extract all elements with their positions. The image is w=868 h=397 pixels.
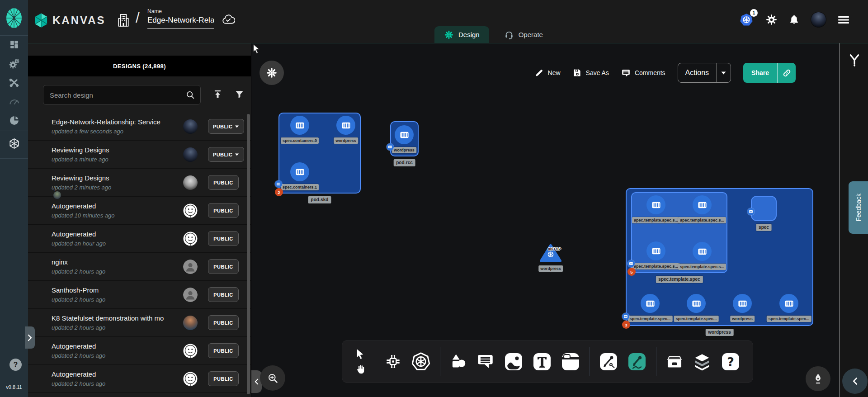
container-node[interactable] (693, 195, 712, 214)
sidebar-item-kanvas[interactable] (0, 135, 28, 154)
design-list-item[interactable]: Santhosh-Prom updated 2 hours ago PUBLIC (28, 281, 251, 309)
container-node[interactable] (693, 242, 712, 261)
sidebar-item-configuration[interactable] (0, 74, 28, 93)
sidebar-item-performance[interactable] (0, 93, 28, 112)
designs-scrollbar[interactable] (247, 114, 250, 394)
kubernetes-context-icon[interactable]: 1 (739, 13, 755, 27)
container-node[interactable] (646, 241, 665, 260)
actions-caret[interactable] (717, 63, 731, 82)
design-list-item[interactable]: Autogenerated updated 2 hours ago PUBLIC (28, 365, 251, 393)
search-input[interactable] (43, 85, 201, 105)
settings-gear-icon[interactable] (765, 14, 778, 26)
notifications-bell-icon[interactable] (788, 14, 800, 26)
design-name-input[interactable] (147, 16, 214, 28)
tool-helptool[interactable]: ? (721, 352, 741, 372)
container-node[interactable] (336, 116, 355, 135)
tool-circuit[interactable] (384, 352, 402, 371)
brand-name: KANVAS (52, 14, 106, 27)
help-button[interactable]: ? (9, 359, 22, 371)
container-icon (651, 200, 661, 210)
tab-operate[interactable]: Operate (495, 26, 552, 43)
tool-layers[interactable] (693, 352, 712, 371)
container-node[interactable] (290, 116, 309, 135)
design-visibility-badge[interactable]: PUBLIC (208, 343, 239, 358)
container-icon (697, 246, 708, 257)
layer5-logo-icon[interactable] (5, 6, 23, 30)
tool-comment[interactable] (476, 352, 495, 371)
design-visibility-badge[interactable]: PUBLIC (208, 315, 239, 330)
design-updated-time: updated a minute ago (52, 156, 108, 163)
design-list-item[interactable]: Autogenerated updated an hour ago PUBLIC (28, 225, 251, 253)
tool-text[interactable] (532, 352, 552, 372)
sidebar-item-lifecycle[interactable] (0, 55, 28, 74)
service-node[interactable] (540, 243, 561, 265)
hierarchy-tool-icon[interactable] (848, 53, 861, 70)
design-list-item[interactable]: Reviewing Designs updated a minute ago P… (28, 141, 251, 169)
import-design-icon[interactable] (212, 89, 223, 101)
error-count-badge[interactable]: 3 (622, 321, 630, 329)
k8s-group-spec.template.spec[interactable] (631, 192, 727, 273)
organization-icon[interactable] (117, 12, 130, 28)
share-split-button[interactable]: Share (743, 63, 796, 83)
tool-kubernetes[interactable] (411, 352, 431, 372)
design-visibility-badge[interactable]: PUBLIC (208, 175, 239, 190)
design-updated-time: updated 2 hours ago (52, 324, 105, 331)
design-list-item[interactable]: Autogenerated updated 2 hours ago PUBLIC (28, 337, 251, 365)
comments-button[interactable]: Comments (621, 68, 665, 78)
design-visibility-badge[interactable]: PUBLIC (208, 203, 239, 218)
design-visibility-badge[interactable]: PUBLIC (208, 147, 244, 162)
actions-split-button[interactable]: Actions (678, 63, 731, 83)
tool-hand[interactable] (354, 364, 366, 375)
design-updated-time: updated 2 hours ago (52, 380, 105, 387)
brand[interactable]: KANVAS (34, 13, 106, 28)
design-visibility-badge[interactable]: PUBLIC (208, 119, 244, 134)
tool-image[interactable] (504, 352, 524, 372)
tool-pen[interactable] (599, 352, 618, 372)
design-list-item[interactable]: Autogenerated updated 10 minutes ago PUB… (28, 197, 251, 225)
design-canvas[interactable]: New Save As Comments Actions (251, 43, 840, 397)
k8s-group-spec[interactable] (751, 196, 777, 221)
design-title: Edge-Network-Relationship: Service (52, 118, 160, 126)
dock-toggle-button[interactable] (259, 61, 284, 85)
expand-right-panel-button[interactable] (842, 369, 868, 394)
filter-icon[interactable] (234, 89, 245, 101)
error-count-badge[interactable]: 5 (627, 268, 636, 276)
hamburger-menu-icon[interactable] (837, 14, 850, 25)
design-list-item[interactable]: nginx updated 2 hours ago PUBLIC (28, 253, 251, 281)
mode-tabs: Design Operate (434, 26, 552, 43)
bottom-toolbar: ? (342, 340, 753, 383)
design-visibility-badge[interactable]: PUBLIC (208, 259, 239, 274)
tab-design[interactable]: Design (434, 26, 489, 43)
container-node[interactable] (395, 125, 414, 144)
whiteboard-pen-button[interactable] (806, 366, 830, 391)
sidebar-item-extensions[interactable] (0, 112, 28, 131)
design-list-item[interactable]: Reviewing Designs updated 2 minutes ago … (28, 169, 251, 197)
container-node[interactable] (733, 294, 752, 313)
zoom-in-button[interactable] (260, 365, 285, 391)
sidebar-item-dashboard[interactable] (0, 36, 28, 55)
tool-shapes[interactable] (449, 352, 467, 371)
design-visibility-badge[interactable]: PUBLIC (208, 231, 239, 246)
tool-freehand[interactable] (627, 352, 647, 372)
tool-cursor[interactable] (354, 348, 366, 359)
feedback-button[interactable]: Feedback (849, 181, 868, 234)
container-node[interactable] (687, 294, 706, 313)
new-design-button[interactable]: New (535, 68, 561, 77)
design-list-item[interactable]: K8 Statefulset demonstration with mo upd… (28, 309, 251, 337)
save-as-button[interactable]: Save As (573, 68, 609, 77)
design-list-item[interactable]: Edge-Network-Relationship: Service updat… (28, 113, 251, 141)
design-visibility-badge[interactable]: PUBLIC (208, 371, 239, 386)
tool-panel[interactable] (561, 352, 580, 372)
user-avatar[interactable] (811, 12, 826, 28)
design-spiral-icon (444, 30, 454, 40)
container-node[interactable] (641, 294, 660, 313)
container-node[interactable] (290, 162, 309, 181)
rail-expand-button[interactable] (25, 326, 35, 349)
copy-link-button[interactable] (778, 63, 796, 83)
error-count-badge[interactable]: 2 (275, 188, 283, 196)
left-nav-rail: ? v0.8.11 (0, 0, 28, 397)
container-node[interactable] (646, 195, 665, 214)
design-visibility-badge[interactable]: PUBLIC (208, 287, 239, 302)
container-node[interactable] (779, 294, 798, 313)
tool-drawer[interactable] (665, 352, 684, 371)
